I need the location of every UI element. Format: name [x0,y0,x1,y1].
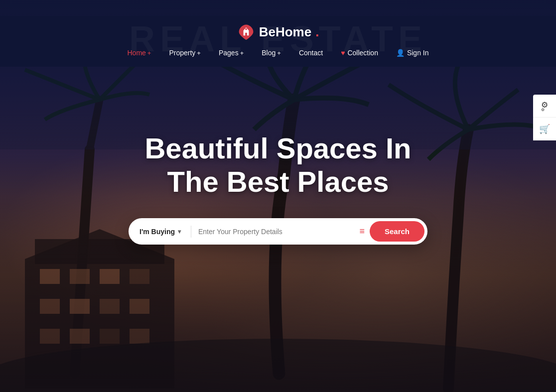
search-button[interactable]: Search [370,221,424,242]
dropdown-chevron-icon: ▾ [178,228,181,235]
nav-signin[interactable]: 👤 Sign In [387,46,438,60]
nav-home-label: Home [127,49,145,57]
buying-label: I'm Buying [139,228,175,236]
filter-icon[interactable]: ≡ [354,226,370,237]
nav-signin-label: Sign In [407,49,429,57]
nav-blog-plus: + [277,49,281,57]
nav-blog-label: Blog [262,49,276,57]
nav-home-plus: + [147,49,151,57]
logo-text: BeHome [259,24,311,40]
cart-icon: 🛒 [539,124,550,134]
nav-contact-label: Contact [299,49,323,57]
logo[interactable]: BeHome. [237,23,319,41]
nav-property-plus: + [197,49,201,57]
side-floating-buttons: ⚙⚙ 🛒 [533,95,556,140]
svg-point-0 [245,28,247,30]
search-bar: I'm Buying ▾ ≡ Search [129,218,427,245]
nav-collection[interactable]: ♥ Collection [332,46,387,60]
heart-icon: ♥ [341,49,345,57]
property-search-input[interactable] [193,224,354,240]
nav-pages-label: Pages [219,49,239,57]
nav-blog[interactable]: Blog + [253,46,290,60]
hero-content: Beautiful Spaces In The Best Places I'm … [0,67,556,392]
nav-pages-plus: + [240,49,244,57]
buying-dropdown[interactable]: I'm Buying ▾ [132,224,189,240]
nav-property-label: Property [169,49,195,57]
main-nav: Home + Property + Pages + Blog + Contact… [0,46,556,67]
nav-contact[interactable]: Contact [290,46,332,60]
nav-home[interactable]: Home + [118,46,160,60]
logo-row: BeHome. [0,23,556,41]
header: REAL ESTATE BeHome. Home + Property + Pa… [0,16,556,67]
filter-settings-icon: ⚙⚙ [541,100,548,112]
nav-pages[interactable]: Pages + [210,46,253,60]
user-icon: 👤 [396,49,405,57]
side-filter-button[interactable]: ⚙⚙ [533,95,556,118]
search-divider [191,226,191,238]
logo-icon [237,23,255,41]
nav-collection-label: Collection [347,49,378,57]
hero-title: Beautiful Spaces In The Best Places [144,132,411,198]
logo-dot: . [315,24,319,40]
side-cart-button[interactable]: 🛒 [533,118,556,140]
nav-property[interactable]: Property + [160,46,210,60]
